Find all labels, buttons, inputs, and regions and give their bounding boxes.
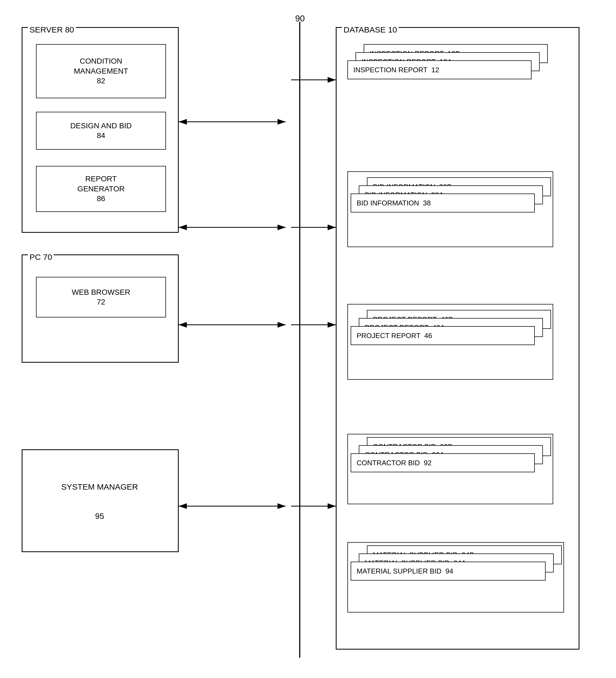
ms-94-text: MATERIAL SUPPLIER BID 94 [357, 567, 453, 575]
bid-info-outer: BID INFORMATION 38B BID INFORMATION 38A … [348, 171, 553, 247]
ir-12-text: INSPECTION REPORT 12 [353, 66, 439, 74]
report-generator-text: REPORTGENERATOR86 [77, 174, 125, 203]
server-80-label: SERVER 80 [28, 25, 76, 34]
project-reports-group: PROJECT REPORT 46B PROJECT REPORT 46A PR… [348, 304, 553, 380]
system-manager-inner: SYSTEM MANAGER 95 [31, 461, 169, 542]
project-report-46: PROJECT REPORT 46 [351, 326, 535, 345]
database-10-label: DATABASE 10 [342, 25, 399, 34]
bid-information-group: BID INFORMATION 38B BID INFORMATION 38A … [348, 171, 553, 247]
pr-46-text: PROJECT REPORT 46 [357, 332, 432, 340]
web-browser-text: WEB BROWSER72 [72, 288, 130, 307]
contractor-bids-outer: CONTRACTOR BID 92B CONTRACTOR BID 92A CO… [348, 434, 553, 504]
server-80-box: SERVER 80 CONDITIONMANAGEMENT82 DESIGN A… [22, 27, 179, 233]
pc-70-label: PC 70 [28, 253, 53, 262]
bi-38-text: BID INFORMATION 38 [357, 199, 431, 207]
contractor-bids-stack: CONTRACTOR BID 92B CONTRACTOR BID 92A CO… [351, 437, 551, 507]
condition-management-text: CONDITIONMANAGEMENT82 [74, 56, 128, 86]
contractor-bids-group: CONTRACTOR BID 92B CONTRACTOR BID 92A CO… [348, 434, 553, 504]
project-reports-stack: PROJECT REPORT 46B PROJECT REPORT 46A PR… [351, 310, 551, 380]
inspection-reports-stack: INSPECTION REPORT 12B INSPECTION REPORT … [348, 44, 548, 114]
project-reports-outer: PROJECT REPORT 46B PROJECT REPORT 46A PR… [348, 304, 553, 380]
bid-info-stack: BID INFORMATION 38B BID INFORMATION 38A … [351, 177, 551, 248]
diagram-container: 90 SERVER 80 CONDITIONMANAGEMENT82 DESIG… [11, 11, 605, 669]
material-supplier-bids-group: MATERIAL SUPPLIER BID 94B MATERIAL SUPPL… [348, 542, 564, 612]
database-10-box: DATABASE 10 INSPECTION REPORT 12B INSPEC… [336, 27, 579, 649]
cb-92-text: CONTRACTOR BID 92 [357, 459, 432, 467]
material-supplier-bid-94: MATERIAL SUPPLIER BID 94 [351, 562, 546, 580]
system-manager-number: 95 [95, 509, 104, 523]
system-manager-box: SYSTEM MANAGER 95 [22, 449, 179, 552]
inspection-reports-group: INSPECTION REPORT 12B INSPECTION REPORT … [348, 44, 548, 114]
system-manager-label: SYSTEM MANAGER [61, 480, 138, 494]
inspection-report-12: INSPECTION REPORT 12 [348, 60, 532, 79]
bid-info-38: BID INFORMATION 38 [351, 193, 535, 213]
design-bid-box: DESIGN AND BID84 [36, 112, 166, 150]
pc-70-box: PC 70 WEB BROWSER72 [22, 255, 179, 363]
web-browser-box: WEB BROWSER72 [36, 277, 166, 317]
material-supplier-bids-outer: MATERIAL SUPPLIER BID 94B MATERIAL SUPPL… [348, 542, 564, 612]
vertical-line [299, 22, 300, 658]
report-generator-box: REPORTGENERATOR86 [36, 166, 166, 212]
condition-management-box: CONDITIONMANAGEMENT82 [36, 44, 166, 98]
design-bid-text: DESIGN AND BID84 [70, 121, 132, 141]
contractor-bid-92: CONTRACTOR BID 92 [351, 453, 535, 472]
material-supplier-bids-stack: MATERIAL SUPPLIER BID 94B MATERIAL SUPPL… [351, 545, 562, 616]
